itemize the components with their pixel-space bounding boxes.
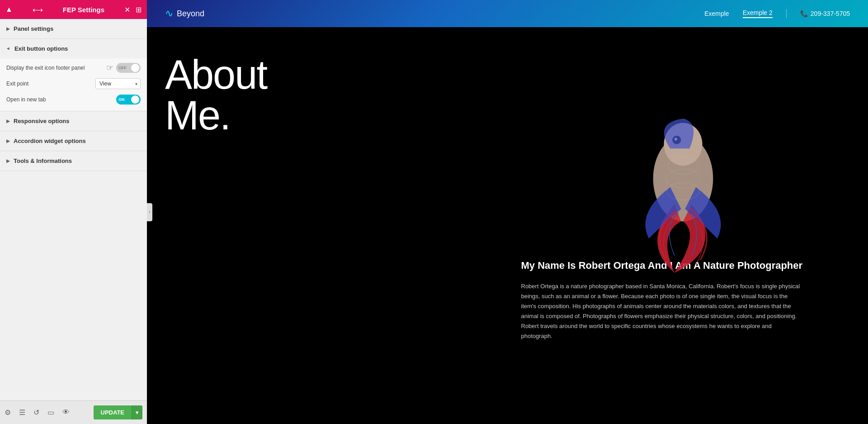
- history-icon[interactable]: ↺: [33, 408, 39, 417]
- tools-label: Tools & Informations: [14, 157, 72, 164]
- toggle-on-label: ON: [118, 97, 125, 102]
- sidebar-header: ▲ ⟷ FEP Settings ✕ ⊞: [0, 0, 147, 19]
- sidebar-collapse-handle[interactable]: ‹: [147, 203, 152, 221]
- sidebar-footer: ⚙ ☰ ↺ ▭ 👁 UPDATE ▾: [0, 400, 147, 424]
- section-panel-settings-header[interactable]: ▶ Panel settings: [0, 19, 147, 38]
- exit-button-body: Display the exit icon footer panel ☞ OFF: [0, 58, 147, 111]
- fish-image: [611, 110, 755, 273]
- responsive-arrow: ▶: [6, 119, 10, 124]
- exit-button-label: Exit button options: [14, 45, 68, 52]
- update-arrow-button[interactable]: ▾: [132, 405, 142, 419]
- hero-description: Robert Ortega is a nature photographer b…: [521, 281, 802, 342]
- section-exit-button-header[interactable]: ▼ Exit button options: [0, 39, 147, 58]
- update-button[interactable]: UPDATE: [94, 405, 132, 419]
- exit-point-select[interactable]: View Home Custom: [95, 78, 141, 89]
- panel-settings-arrow: ▶: [6, 26, 10, 31]
- footer-icons: ⚙ ☰ ↺ ▭ 👁: [5, 408, 70, 417]
- settings-icon[interactable]: ⚙: [5, 408, 11, 417]
- hero-section: About Me.: [147, 27, 868, 424]
- sidebar-content: ▶ Panel settings ▼ Exit button options D…: [0, 19, 147, 400]
- nav-link-exemple2[interactable]: Exemple 2: [743, 9, 773, 18]
- cursor-pointer: ☞: [106, 63, 113, 73]
- logo-icon: ∿: [165, 8, 173, 19]
- collapse-icon: ‹: [149, 210, 150, 214]
- sidebar-header-icons: ✕ ⊞: [124, 5, 142, 14]
- toggle-on-circle: [131, 95, 139, 104]
- move-icon[interactable]: ▲: [5, 5, 13, 14]
- resize-icon[interactable]: ⟷: [33, 5, 43, 14]
- section-responsive: ▶ Responsive options: [0, 111, 147, 131]
- section-responsive-header[interactable]: ▶ Responsive options: [0, 111, 147, 131]
- app-wrapper: ▲ ⟷ FEP Settings ✕ ⊞ ▶ Panel settings: [0, 0, 868, 424]
- main-area: ▲ ⟷ FEP Settings ✕ ⊞ ▶ Panel settings: [0, 0, 868, 424]
- layers-icon[interactable]: ☰: [19, 408, 25, 417]
- phone-number: 209-337-5705: [811, 10, 850, 17]
- update-button-group: UPDATE ▾: [94, 405, 142, 419]
- section-exit-button: ▼ Exit button options Display the exit i…: [0, 39, 147, 111]
- nav-divider: [786, 9, 787, 18]
- exit-point-select-wrapper: View Home Custom: [95, 78, 141, 89]
- section-tools-header[interactable]: ▶ Tools & Informations: [0, 151, 147, 171]
- phone-icon: 📞: [800, 10, 808, 17]
- panel-settings-label: Panel settings: [14, 25, 53, 32]
- display-exit-icon-label: Display the exit icon footer panel: [6, 65, 106, 71]
- exit-point-row: Exit point View Home Custom: [6, 78, 141, 89]
- preview-icon[interactable]: 👁: [62, 408, 70, 417]
- section-tools: ▶ Tools & Informations: [0, 151, 147, 171]
- accordion-arrow: ▶: [6, 138, 10, 143]
- sidebar: ▲ ⟷ FEP Settings ✕ ⊞ ▶ Panel settings: [0, 0, 147, 424]
- site-nav: ∿ Beyond Exemple Exemple 2 📞 209-337-570…: [147, 0, 868, 27]
- preview-content: ∿ Beyond Exemple Exemple 2 📞 209-337-570…: [147, 0, 868, 424]
- section-panel-settings: ▶ Panel settings: [0, 19, 147, 39]
- preview-area: ∿ Beyond Exemple Exemple 2 📞 209-337-570…: [147, 0, 868, 424]
- accordion-label: Accordion widget options: [14, 138, 86, 144]
- exit-button-arrow: ▼: [6, 47, 11, 51]
- nav-link-exemple[interactable]: Exemple: [704, 10, 729, 17]
- site-phone: 📞 209-337-5705: [800, 10, 850, 17]
- site-logo: ∿ Beyond: [165, 8, 204, 19]
- logo-text: Beyond: [177, 9, 204, 19]
- display-exit-icon-toggle[interactable]: OFF: [116, 63, 141, 73]
- sidebar-title: FEP Settings: [63, 6, 104, 14]
- hero-title-line1: About: [165, 52, 267, 97]
- site-nav-links: Exemple Exemple 2 📞 209-337-5705: [704, 9, 850, 18]
- responsive-label: Responsive options: [14, 118, 70, 124]
- hero-text: About Me.: [147, 27, 517, 424]
- toggle-circle: [131, 64, 139, 72]
- toggle-off-label: OFF: [118, 66, 127, 70]
- open-new-tab-label: Open in new tab: [6, 96, 116, 103]
- fish-svg: [611, 110, 755, 273]
- section-accordion: ▶ Accordion widget options: [0, 131, 147, 151]
- section-accordion-header[interactable]: ▶ Accordion widget options: [0, 131, 147, 151]
- close-icon[interactable]: ✕: [124, 5, 130, 14]
- open-new-tab-row: Open in new tab ON: [6, 95, 141, 105]
- hero-title: About Me.: [165, 54, 499, 136]
- display-exit-icon-row: Display the exit icon footer panel ☞ OFF: [6, 63, 141, 73]
- tools-arrow: ▶: [6, 158, 10, 163]
- responsive-icon[interactable]: ▭: [47, 408, 54, 417]
- hero-title-line2: Me.: [165, 93, 230, 138]
- hero-right: My Name Is Robert Ortega And I Am A Natu…: [517, 27, 868, 424]
- grid-icon[interactable]: ⊞: [136, 5, 142, 14]
- exit-point-label: Exit point: [6, 81, 95, 87]
- open-new-tab-toggle[interactable]: ON: [116, 95, 141, 105]
